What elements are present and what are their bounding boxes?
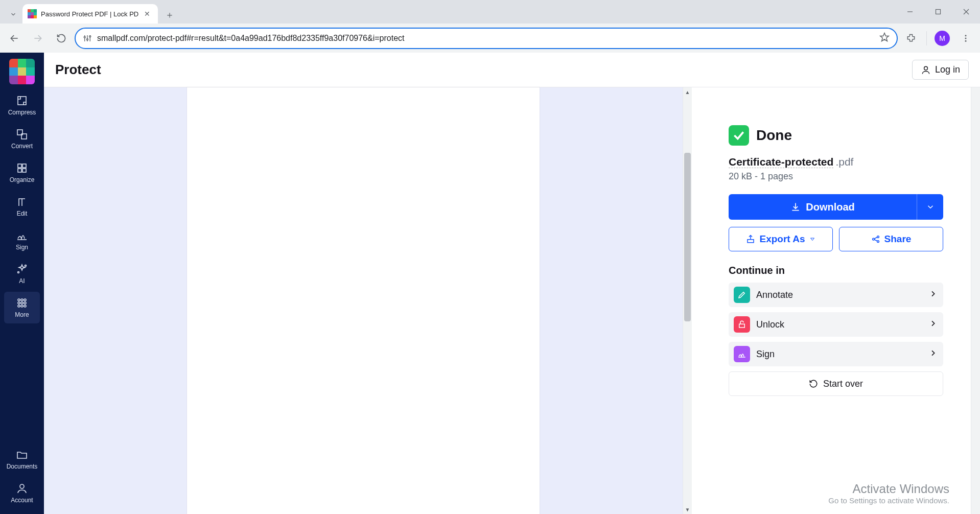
start-over-label: Start over (823, 379, 863, 389)
sidebar-item-sign[interactable]: Sign (4, 224, 40, 256)
close-window-button[interactable] (952, 0, 980, 24)
svg-point-26 (18, 299, 20, 301)
share-icon (871, 235, 880, 244)
download-icon (790, 202, 801, 212)
bookmark-star-icon[interactable] (879, 32, 890, 44)
login-button[interactable]: Log in (912, 60, 969, 80)
export-as-button[interactable]: Export As (729, 227, 833, 251)
toolbar-separator (926, 31, 927, 45)
svg-point-15 (965, 40, 967, 41)
svg-rect-1 (936, 10, 940, 14)
grid-icon (16, 297, 28, 309)
app-header: Protect Log in (44, 53, 980, 87)
continue-item-label: Unlock (756, 319, 923, 330)
tabs-dropdown-button[interactable] (4, 5, 22, 24)
page-title: Protect (55, 62, 101, 78)
sign-icon (16, 229, 28, 242)
svg-rect-16 (18, 97, 26, 105)
scroll-thumb[interactable] (684, 153, 691, 321)
close-tab-icon[interactable]: ✕ (143, 9, 152, 18)
url-text: smallpdf.com/protect-pdf#r=result&t=0a4a… (97, 34, 874, 43)
sidebar-item-label: More (15, 311, 29, 318)
svg-line-42 (874, 237, 877, 239)
unlock-icon (734, 316, 750, 333)
compress-icon (16, 95, 28, 107)
user-icon (921, 65, 931, 75)
sidebar-item-account[interactable]: Account (4, 477, 40, 509)
sidebar-item-convert[interactable]: Convert (4, 123, 40, 155)
reload-button[interactable] (51, 28, 72, 49)
scroll-track[interactable] (683, 97, 692, 505)
sidebar-item-ai[interactable]: AI (4, 258, 40, 290)
continue-item-annotate[interactable]: Annotate (729, 283, 943, 307)
svg-rect-19 (18, 164, 21, 168)
svg-point-14 (965, 37, 967, 39)
svg-point-13 (965, 35, 967, 36)
svg-rect-20 (22, 164, 26, 168)
chrome-menu-button[interactable] (955, 28, 976, 49)
profile-button[interactable]: M (932, 28, 952, 49)
account-icon (16, 482, 28, 495)
app-root: Compress Convert Organize Edit Sign AI M… (0, 53, 980, 514)
start-over-button[interactable]: Start over (729, 371, 943, 396)
continue-heading: Continue in (729, 265, 943, 276)
download-button[interactable]: Download (729, 194, 917, 220)
left-rail: Compress Convert Organize Edit Sign AI M… (0, 53, 44, 514)
preview-scrollbar[interactable]: ▲ ▼ (683, 87, 692, 514)
secondary-actions-row: Export As Share (729, 227, 943, 251)
export-icon (746, 235, 755, 244)
chevron-right-icon (929, 290, 937, 300)
browser-toolbar: smallpdf.com/protect-pdf#r=result&t=0a4a… (0, 24, 980, 53)
sidebar-item-label: Convert (11, 143, 33, 150)
site-settings-icon[interactable] (83, 34, 92, 43)
back-button[interactable] (4, 28, 25, 49)
panel-scrollbar[interactable] (971, 87, 980, 514)
edit-icon (16, 196, 28, 208)
forward-button[interactable] (28, 28, 48, 49)
download-label: Download (806, 201, 855, 213)
filename-row[interactable]: Certificate-protected.pdf (729, 156, 943, 168)
new-tab-button[interactable]: ＋ (161, 6, 178, 24)
sidebar-item-label: Organize (10, 176, 35, 183)
maximize-button[interactable] (924, 0, 952, 24)
address-bar[interactable]: smallpdf.com/protect-pdf#r=result&t=0a4a… (75, 28, 898, 49)
pdf-page[interactable] (187, 87, 540, 514)
svg-point-24 (25, 265, 27, 267)
sidebar-item-more[interactable]: More (4, 292, 40, 323)
sidebar-item-label: Compress (8, 109, 36, 116)
sidebar-item-documents[interactable]: Documents (4, 443, 40, 475)
svg-marker-38 (810, 238, 814, 241)
sidebar-item-organize[interactable]: Organize (4, 157, 40, 189)
brand-logo[interactable] (9, 59, 35, 84)
export-label: Export As (759, 233, 805, 245)
svg-point-10 (87, 38, 88, 40)
main-split: ▲ ▼ Done Certificate-protected.pdf 20 kB… (44, 87, 980, 514)
sidebar-item-label: Documents (7, 463, 38, 470)
chevron-down-icon (926, 202, 935, 212)
download-options-button[interactable] (917, 194, 943, 220)
sidebar-item-compress[interactable]: Compress (4, 89, 40, 121)
login-label: Log in (935, 64, 960, 75)
sign-icon (734, 346, 750, 362)
sidebar-item-edit[interactable]: Edit (4, 191, 40, 222)
scroll-up-icon[interactable]: ▲ (685, 87, 690, 97)
share-button[interactable]: Share (839, 227, 943, 251)
pdf-preview-area (44, 87, 683, 514)
filename-ext: .pdf (835, 156, 853, 168)
browser-tab[interactable]: Password Protect PDF | Lock PD ✕ (22, 4, 158, 24)
continue-item-unlock[interactable]: Unlock (729, 312, 943, 337)
folder-icon (16, 449, 28, 461)
svg-point-30 (21, 302, 23, 304)
svg-rect-44 (739, 324, 745, 328)
browser-chrome: Password Protect PDF | Lock PD ✕ ＋ small… (0, 0, 980, 53)
scroll-down-icon[interactable]: ▼ (685, 505, 690, 514)
svg-point-31 (24, 302, 26, 304)
done-label: Done (756, 127, 792, 144)
extensions-button[interactable] (901, 28, 921, 49)
window-controls (896, 0, 980, 24)
minimize-button[interactable] (896, 0, 924, 24)
svg-point-36 (924, 66, 928, 70)
continue-item-sign[interactable]: Sign (729, 342, 943, 366)
svg-line-43 (874, 240, 877, 241)
svg-point-35 (20, 484, 24, 488)
